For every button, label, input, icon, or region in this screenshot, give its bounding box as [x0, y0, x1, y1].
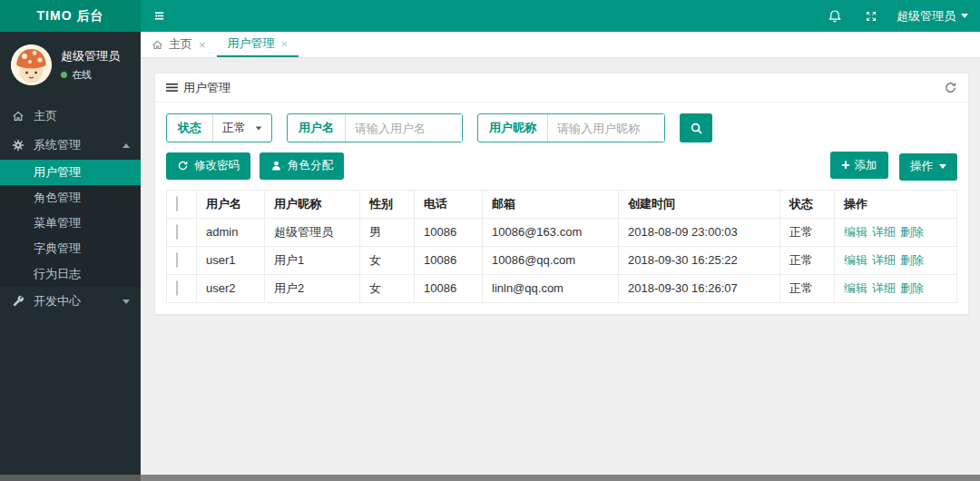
- search-button[interactable]: [680, 113, 712, 142]
- username-input[interactable]: [346, 114, 462, 142]
- cell-nickname: 用户1: [265, 246, 360, 274]
- cell-actions: 编辑详细删除: [835, 246, 957, 274]
- row-checkbox[interactable]: [176, 224, 178, 240]
- col-nickname: 用户昵称: [265, 190, 360, 218]
- topbar: 超级管理员: [141, 0, 980, 32]
- sidebar-item-menu-mgmt[interactable]: 菜单管理: [0, 211, 141, 236]
- cell-gender: 男: [360, 218, 415, 246]
- detail-link[interactable]: 详细: [872, 281, 896, 295]
- cell-gender: 女: [360, 246, 415, 274]
- status-filter-group: 状态 正常: [166, 113, 272, 142]
- col-gender: 性别: [360, 190, 415, 218]
- sidebar-item-role-mgmt[interactable]: 角色管理: [0, 185, 141, 211]
- change-password-label: 修改密码: [194, 158, 240, 173]
- main-area: 超级管理员 主页 × 用户管理 ×: [141, 0, 980, 481]
- cell-status: 正常: [780, 218, 835, 246]
- user-management-panel: 用户管理 状态 正常: [154, 73, 969, 315]
- col-actions: 操作: [835, 190, 957, 218]
- status-select[interactable]: 正常: [213, 114, 271, 142]
- user-status: 在线: [61, 68, 120, 82]
- tab-home[interactable]: 主页 ×: [141, 32, 217, 57]
- tabbar: 主页 × 用户管理 ×: [141, 32, 980, 58]
- filter-bar: 状态 正常 用户名 用户昵称: [166, 113, 957, 142]
- col-created: 创建时间: [619, 190, 780, 218]
- sidebar-item-system[interactable]: 系统管理: [0, 131, 141, 160]
- sidebar-item-dev-center[interactable]: 开发中心: [0, 287, 141, 316]
- user-icon: [270, 160, 282, 172]
- users-table: 用户名 用户昵称 性别 电话 邮箱 创建时间 状态 操作: [166, 190, 957, 303]
- row-checkbox[interactable]: [176, 252, 178, 268]
- home-icon: [11, 109, 25, 123]
- add-label: 添加: [855, 158, 877, 173]
- sidebar-item-user-mgmt[interactable]: 用户管理: [0, 160, 141, 185]
- select-all-checkbox[interactable]: [176, 196, 178, 211]
- detail-link[interactable]: 详细: [872, 253, 896, 267]
- user-menu-label: 超级管理员: [897, 8, 956, 25]
- sidebar-item-dict-mgmt[interactable]: 字典管理: [0, 236, 141, 261]
- cell-created: 2018-08-09 23:00:03: [619, 218, 780, 246]
- col-status: 状态: [780, 190, 835, 218]
- panel-header: 用户管理: [155, 74, 968, 103]
- cell-created: 2018-09-30 16:26:07: [619, 274, 780, 302]
- sidebar-item-home[interactable]: 主页: [0, 102, 141, 131]
- search-icon: [690, 122, 703, 135]
- close-icon[interactable]: ×: [199, 38, 206, 52]
- cell-email: 10086@qq.com: [483, 246, 619, 274]
- assign-roles-label: 角色分配: [288, 158, 333, 173]
- tab-label: 用户管理: [228, 35, 275, 52]
- add-button[interactable]: + 添加: [830, 152, 887, 179]
- actions-label: 操作: [910, 159, 933, 174]
- list-icon: [166, 83, 178, 93]
- username-filter-group: 用户名: [287, 113, 463, 142]
- cell-actions: 编辑详细删除: [835, 218, 957, 246]
- topbar-right: 超级管理员: [817, 0, 980, 32]
- cell-gender: 女: [360, 274, 415, 302]
- delete-link[interactable]: 删除: [900, 225, 924, 239]
- fullscreen-icon[interactable]: [853, 0, 889, 32]
- status-select-value: 正常: [222, 120, 246, 136]
- edit-link[interactable]: 编辑: [844, 281, 867, 295]
- row-checkbox[interactable]: [176, 280, 178, 296]
- content-area: 用户管理 状态 正常: [141, 58, 980, 481]
- edit-link[interactable]: 编辑: [844, 253, 867, 267]
- cell-username: admin: [197, 218, 265, 246]
- refresh-icon: [177, 160, 189, 172]
- chevron-down-icon: [961, 14, 968, 18]
- sidebar-toggle-icon[interactable]: [141, 0, 177, 32]
- change-password-button[interactable]: 修改密码: [166, 152, 250, 180]
- actions-dropdown-button[interactable]: 操作: [899, 153, 957, 181]
- nickname-label: 用户昵称: [478, 114, 548, 142]
- cell-phone: 10086: [415, 246, 483, 274]
- status-label: 状态: [167, 114, 213, 142]
- wrench-icon: [11, 294, 25, 309]
- horizontal-scrollbar[interactable]: [0, 475, 980, 481]
- user-menu-dropdown[interactable]: 超级管理员: [889, 0, 980, 32]
- refresh-icon[interactable]: [944, 81, 957, 94]
- sidebar-item-label: 开发中心: [34, 293, 81, 309]
- cell-nickname: 超级管理员: [265, 218, 360, 246]
- close-icon[interactable]: ×: [281, 37, 289, 51]
- cell-username: user2: [197, 274, 265, 302]
- cell-status: 正常: [780, 274, 835, 302]
- brand-logo[interactable]: TIMO 后台: [0, 0, 141, 32]
- sidebar: TIMO 后台 超级管理员 在线: [0, 0, 141, 481]
- chevron-down-icon: [122, 299, 130, 304]
- table-header-row: 用户名 用户昵称 性别 电话 邮箱 创建时间 状态 操作: [167, 190, 957, 218]
- bell-icon[interactable]: [817, 0, 853, 32]
- detail-link[interactable]: 详细: [872, 225, 896, 239]
- delete-link[interactable]: 删除: [900, 281, 924, 295]
- brand-text: TIMO 后台: [37, 8, 104, 23]
- app-window: TIMO 后台 超级管理员 在线: [0, 0, 980, 481]
- user-info: 超级管理员 在线: [61, 48, 120, 82]
- delete-link[interactable]: 删除: [900, 253, 924, 267]
- online-dot-icon: [61, 72, 67, 78]
- assign-roles-button[interactable]: 角色分配: [260, 152, 344, 180]
- nickname-input[interactable]: [548, 114, 664, 142]
- tab-user-management[interactable]: 用户管理 ×: [217, 32, 299, 57]
- edit-link[interactable]: 编辑: [844, 225, 867, 239]
- chevron-down-icon: [256, 126, 261, 130]
- sidebar-menu: 主页 系统管理 用户管理 角色管理 菜单管理: [0, 102, 141, 316]
- toolbar: 修改密码 角色分配: [166, 152, 957, 181]
- sidebar-item-action-log[interactable]: 行为日志: [0, 261, 141, 287]
- cell-email: linln@qq.com: [483, 274, 619, 302]
